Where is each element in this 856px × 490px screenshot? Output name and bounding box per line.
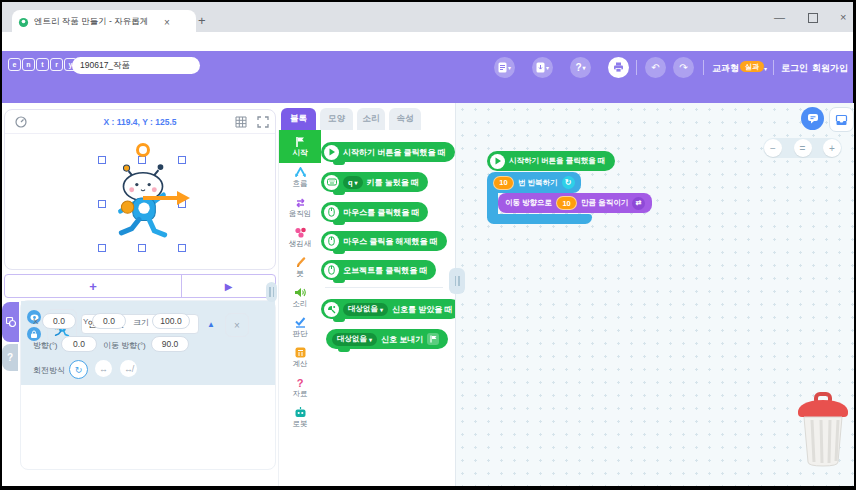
signal-dropdown[interactable]: 대상없음 ▾	[332, 333, 377, 346]
category-looks[interactable]: 생김새	[279, 223, 321, 253]
zoom-out-button[interactable]: −	[764, 139, 782, 157]
tab-sounds[interactable]: 소리	[357, 108, 385, 130]
caret-down-icon: ▾	[583, 64, 586, 71]
zoom-reset-button[interactable]: =	[794, 139, 812, 157]
login-link[interactable]: 로그인	[781, 62, 808, 75]
trash-can[interactable]	[792, 392, 854, 468]
looks-dots-icon	[294, 227, 307, 238]
flag-icon	[295, 136, 306, 147]
palette-resize-handle[interactable]	[449, 268, 465, 294]
robot-icon	[294, 407, 307, 418]
y-label: Y	[83, 317, 88, 326]
block-archive-button[interactable]	[829, 107, 854, 132]
category-sound[interactable]: 소리	[279, 283, 321, 313]
palette-block-signal-send[interactable]: 대상없음 ▾ 신호 보내기	[326, 329, 448, 349]
selection-handle[interactable]	[98, 156, 106, 164]
script-move-block[interactable]: 이동 방향으로 10 만큼 움직이기 ⇄	[498, 193, 652, 213]
palette-block-signal-received[interactable]: 대상없음 ▾ 신호를 받았을 때	[321, 299, 461, 319]
undo-icon: ↶	[651, 62, 659, 73]
help-menu-button[interactable]: ? ▾	[570, 57, 591, 78]
window-close-button[interactable]: ×	[840, 12, 846, 22]
entry-logo[interactable]: e n t r y	[8, 58, 77, 71]
move-direction-input[interactable]	[151, 336, 189, 352]
save-icon	[536, 62, 545, 73]
category-start[interactable]: 시작	[279, 130, 321, 163]
selection-handle[interactable]	[138, 244, 146, 252]
play-button[interactable]: ▶	[182, 275, 275, 297]
signup-link[interactable]: 회원가입	[812, 62, 848, 75]
key-dropdown[interactable]: q ▾	[343, 176, 363, 189]
project-name-input[interactable]	[72, 57, 200, 74]
palette-block-object-click[interactable]: 오브젝트를 클릭했을 때	[321, 260, 436, 280]
category-motion[interactable]: 움직임	[279, 193, 321, 223]
script-start-block[interactable]: 시작하기 버튼을 클릭했을 때	[487, 151, 615, 171]
x-input[interactable]	[42, 313, 76, 329]
zoom-in-button[interactable]: +	[823, 139, 841, 157]
category-robot[interactable]: 로봇	[279, 403, 321, 433]
signal-dropdown[interactable]: 대상없음 ▾	[343, 303, 388, 316]
browser-tab[interactable]: 엔트리 작품 만들기 - 자유롭게 ×	[12, 10, 196, 34]
browser-window: 엔트리 작품 만들기 - 자유롭게 × + — × ← → ↻ https://…	[0, 0, 856, 490]
comment-button[interactable]	[801, 107, 824, 130]
new-tab-button[interactable]: +	[198, 14, 206, 27]
rotation-all-button[interactable]: ↻	[69, 360, 88, 379]
browser-addressbar: ← → ↻ https://playentry.org/ws?type=prac…	[2, 32, 853, 51]
brush-icon	[295, 257, 306, 268]
tab-attributes[interactable]: 속성	[389, 108, 421, 130]
direction-label: 방향(°)	[33, 340, 58, 351]
window-maximize-button[interactable]	[808, 13, 818, 23]
script-repeat-arm	[487, 192, 498, 215]
mode-label[interactable]: 교과형	[712, 62, 739, 75]
lock-icon[interactable]	[27, 327, 41, 341]
collapse-icon[interactable]: ▲	[207, 321, 215, 329]
redo-button[interactable]: ↷	[673, 57, 694, 78]
check-icon	[294, 317, 306, 328]
category-data[interactable]: ? 자료	[279, 373, 321, 403]
document-icon	[498, 62, 507, 73]
stage-action-bar: + ▶	[4, 274, 276, 298]
size-input[interactable]	[152, 313, 190, 329]
rotation-handle[interactable]	[136, 143, 150, 157]
rotation-none-button[interactable]: ↮	[120, 360, 137, 377]
add-object-button[interactable]: +	[5, 275, 182, 297]
data-question-icon: ?	[297, 378, 304, 388]
palette-block-mouse-release[interactable]: 마우스 클릭을 해제했을 때	[321, 231, 447, 251]
stage: X : 119.4, Y : 125.5	[4, 109, 276, 270]
category-brush[interactable]: 붓	[279, 253, 321, 283]
direction-input[interactable]	[61, 336, 97, 352]
tab-close-icon[interactable]: ×	[164, 17, 170, 28]
repeat-count-input[interactable]: 10	[493, 176, 514, 190]
selection-handle[interactable]	[98, 200, 106, 208]
undo-button[interactable]: ↶	[645, 57, 666, 78]
object-list-tab[interactable]	[2, 302, 19, 342]
print-button[interactable]	[608, 57, 629, 78]
category-judgement[interactable]: 판단	[279, 313, 321, 343]
play-circle-icon	[490, 154, 505, 169]
panel-resize-handle[interactable]	[266, 282, 277, 302]
selection-handle[interactable]	[178, 244, 186, 252]
file-menu-button[interactable]: ▾	[494, 57, 515, 78]
category-calculation[interactable]: 계산	[279, 343, 321, 373]
play-circle-icon	[324, 145, 339, 160]
caret-down-icon[interactable]: ▾	[764, 65, 767, 72]
palette-block-start-click[interactable]: 시작하기 버튼을 클릭했을 때	[321, 142, 455, 162]
y-input[interactable]	[92, 313, 126, 329]
category-flow[interactable]: 흐름	[279, 163, 321, 193]
selection-handle[interactable]	[98, 244, 106, 252]
expand-stage-icon[interactable]	[257, 116, 269, 128]
move-amount-input[interactable]: 10	[556, 196, 577, 210]
help-side-tab[interactable]: ?	[2, 344, 18, 371]
palette-block-key-pressed[interactable]: q ▾ 키를 눌렀을 때	[321, 172, 428, 192]
palette-block-mouse-click[interactable]: 마우스를 클릭했을 때	[321, 202, 428, 222]
rotation-horizontal-button[interactable]: ↔	[95, 360, 112, 377]
save-menu-button[interactable]: ▾	[532, 57, 553, 78]
grid-toggle-icon[interactable]	[235, 116, 247, 128]
tab-blocks[interactable]: 블록	[281, 108, 316, 130]
direction-arrow[interactable]	[141, 190, 191, 206]
delete-object-button[interactable]: ×	[225, 313, 249, 337]
window-minimize-button[interactable]: —	[774, 12, 785, 22]
script-repeat-block[interactable]: 10 번 반복하기 ↻	[487, 172, 581, 193]
tab-shapes[interactable]: 모양	[320, 108, 353, 130]
speaker-icon	[294, 287, 306, 298]
close-icon: ×	[234, 320, 240, 331]
